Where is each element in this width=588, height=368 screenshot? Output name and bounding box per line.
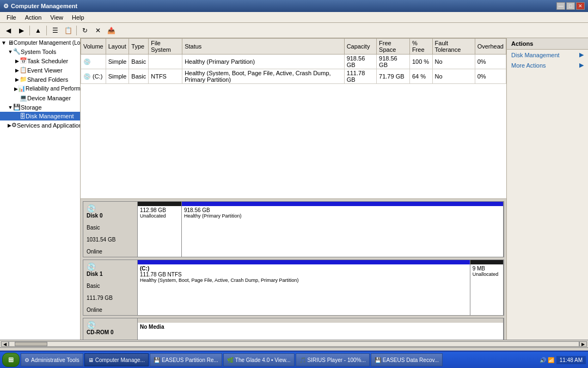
menu-bar: File Action View Help [0, 12, 588, 23]
disk-partitions: 112.98 GBUnallocated918.56 GBHealthy (Pr… [138, 202, 504, 257]
title-bar-controls: — □ ✕ [556, 2, 585, 10]
taskbar-tray-icons: 🔊 📶 [540, 357, 554, 363]
col-pctfree[interactable]: % Free [409, 39, 432, 55]
sidebar-item-storage[interactable]: ▼ 💾 Storage [0, 102, 80, 112]
sidebar-item-disk-management[interactable]: 🗄 Disk Management [0, 112, 80, 120]
sidebar-item-task-scheduler[interactable]: ▶ 📅 Task Scheduler [0, 56, 80, 65]
disk-partition[interactable]: 9 MBUnallocated [470, 260, 504, 315]
disk-row: 💿CD-ROM 0DVD (D:)No Media [83, 318, 504, 340]
disk-partition[interactable]: No Media [138, 318, 504, 340]
computer-icon: 🖥 [8, 39, 14, 46]
title-bar-text: Computer Management [11, 3, 77, 9]
scroll-right[interactable]: ▶ [579, 341, 587, 347]
title-bar: ⚙ Computer Management — □ ✕ [0, 0, 588, 12]
col-layout[interactable]: Layout [106, 39, 129, 55]
reliability-icon: 📊 [18, 85, 26, 92]
taskbar-right: 🔊 📶 11:48 AM [540, 356, 586, 364]
toolbar-refresh[interactable]: ↻ [79, 25, 91, 37]
taskbar-app-glade[interactable]: 🌿 The Glade 4.0 • View... [223, 353, 295, 366]
expand-icon-ev: ▶ [14, 68, 20, 73]
sidebar-item-services[interactable]: ▶ ⚙ Services and Applications [0, 120, 80, 130]
menu-action[interactable]: Action [21, 13, 46, 22]
sidebar-item-reliability[interactable]: ▶ 📊 Reliability and Performa... [0, 84, 80, 93]
col-volume[interactable]: Volume [81, 39, 106, 55]
actions-panel: Actions Disk Management ▶ More Actions ▶ [506, 38, 588, 340]
table-cell: 111.78 GB [344, 69, 376, 84]
services-icon: ⚙ [11, 122, 17, 129]
sidebar-label-ts: Task Scheduler [27, 58, 68, 64]
partition-drive-label: No Media [140, 324, 501, 330]
table-cell: 64 % [409, 69, 432, 84]
expand-icon-sf: ▶ [14, 77, 20, 82]
table-cell: Basic [129, 55, 149, 69]
toolbar-up[interactable]: ▲ [32, 25, 44, 37]
col-freespace[interactable]: Free Space [377, 39, 410, 55]
admin-tools-icon: ⚙ [24, 357, 29, 363]
menu-view[interactable]: View [46, 13, 68, 22]
scrollbar-track[interactable] [9, 341, 579, 347]
actions-disk-management[interactable]: Disk Management ▶ [507, 50, 588, 60]
actions-more-actions[interactable]: More Actions ▶ [507, 60, 588, 70]
col-capacity[interactable]: Capacity [344, 39, 376, 55]
toolbar-sep-3 [76, 26, 77, 35]
col-fault[interactable]: Fault Tolerance [432, 39, 475, 55]
close-button[interactable]: ✕ [576, 2, 585, 10]
sidebar-item-system-tools[interactable]: ▼ 🔧 System Tools [0, 47, 80, 56]
table-row[interactable]: 💿SimpleBasicHealthy (Primary Partition)9… [81, 55, 506, 69]
disk-partition[interactable]: 112.98 GBUnallocated [138, 202, 182, 257]
taskbar-app-admin[interactable]: ⚙ Administrative Tools [21, 353, 83, 366]
easeus-data-icon: 💾 [375, 357, 381, 363]
partition-header-bar [138, 318, 503, 323]
partition-desc: Healthy (Primary Partition) [184, 213, 501, 219]
col-filesystem[interactable]: File System [149, 39, 182, 55]
table-row[interactable]: 💿(C:)SimpleBasicNTFSHealthy (System, Boo… [81, 69, 506, 84]
disk-label: 💿Disk 1Basic111.79 GBOnline [83, 260, 138, 315]
menu-help[interactable]: Help [68, 13, 89, 22]
table-cell: 💿 [81, 55, 106, 69]
computer-manage-label: Computer Manage... [95, 357, 145, 363]
toolbar-properties[interactable]: 📋 [62, 25, 74, 37]
menu-file[interactable]: File [2, 13, 21, 22]
taskbar-app-computer-manage[interactable]: 🖥 Computer Manage... [84, 353, 149, 366]
table-cell: Healthy (System, Boot, Page File, Active… [182, 69, 344, 84]
toolbar-export[interactable]: 📤 [105, 25, 117, 37]
table-cell: 0% [475, 69, 506, 84]
sidebar-item-event-viewer[interactable]: ▶ 📋 Event Viewer [0, 65, 80, 75]
scroll-left[interactable]: ◀ [1, 341, 9, 347]
easeus-partition-icon: 💾 [154, 357, 160, 363]
toolbar-show-hide[interactable]: ☰ [49, 25, 61, 37]
table-cell: 918.56 GB [377, 55, 410, 69]
expand-icon-ts: ▶ [14, 58, 20, 64]
table-cell: Simple [106, 55, 129, 69]
toolbar-forward[interactable]: ▶ [15, 25, 27, 37]
toolbar-back[interactable]: ◀ [2, 25, 14, 37]
taskbar-app-sirius[interactable]: 🎵 SIRIUS Player - 100%... [296, 353, 370, 366]
partition-desc: Unallocated [140, 213, 179, 219]
col-overhead[interactable]: Overhead [475, 39, 506, 55]
sidebar-item-device-manager[interactable]: 💻 Device Manager [0, 93, 80, 102]
sidebar-item-computer-management[interactable]: ▼ 🖥 Computer Management (Loca [0, 38, 80, 47]
maximize-button[interactable]: □ [566, 2, 575, 10]
taskbar-app-easeus-partition[interactable]: 💾 EASEUS Partition Re... [150, 353, 222, 366]
system-tools-icon: 🔧 [13, 48, 21, 55]
minimize-button[interactable]: — [556, 2, 565, 10]
actions-arrow-2: ▶ [579, 62, 584, 69]
start-button[interactable]: ⊞ [2, 353, 20, 367]
scrollbar-thumb[interactable] [15, 342, 47, 346]
disk-partition[interactable]: (C:)111.78 GB NTFSHealthy (System, Boot,… [138, 260, 470, 315]
toolbar-delete[interactable]: ✕ [92, 25, 104, 37]
partition-size-label: 918.56 GB [184, 207, 501, 213]
col-type[interactable]: Type [129, 39, 149, 55]
disk-partition[interactable]: 918.56 GBHealthy (Primary Partition) [182, 202, 504, 257]
disk-visual-area: 💿Disk 0Basic1031.54 GBOnline112.98 GBUna… [81, 199, 506, 340]
partition-size-label: 111.78 GB NTFS [140, 272, 468, 277]
disk-partitions: No Media [138, 318, 504, 340]
taskbar-app-easeus-data[interactable]: 💾 EASEUS Data Recov... [371, 353, 443, 366]
toolbar-sep-1 [29, 26, 30, 35]
disk-partitions: (C:)111.78 GB NTFSHealthy (System, Boot,… [138, 260, 504, 315]
partition-size-label: 112.98 GB [140, 207, 179, 213]
sidebar-item-shared-folders[interactable]: ▶ 📁 Shared Folders [0, 75, 80, 84]
sidebar: ▼ 🖥 Computer Management (Loca ▼ 🔧 System… [0, 38, 81, 340]
sidebar-label-sf: Shared Folders [27, 76, 68, 83]
col-status[interactable]: Status [182, 39, 344, 55]
